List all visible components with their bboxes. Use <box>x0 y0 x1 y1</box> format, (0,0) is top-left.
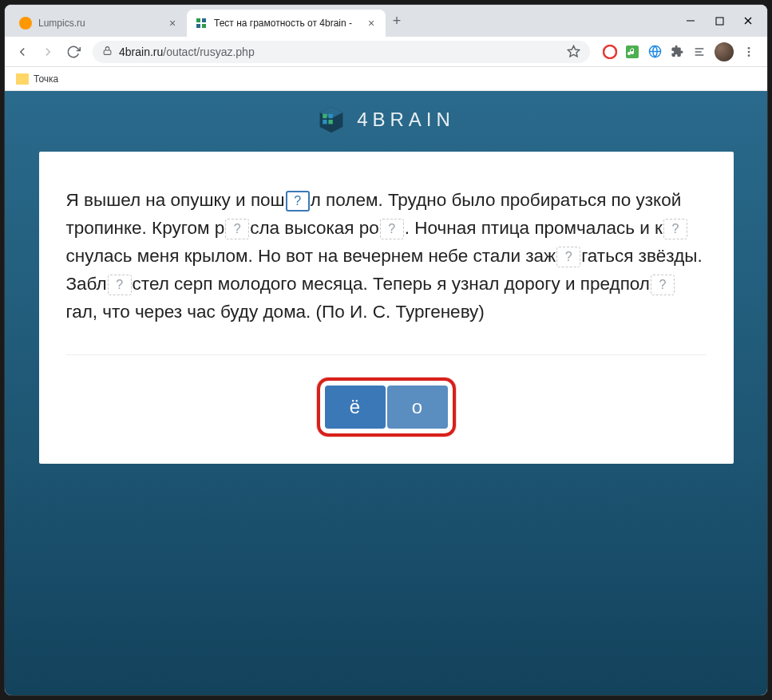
text-fragment: сла высокая ро <box>250 218 379 238</box>
question-text: Я вышел на опушку и пош?л полем. Трудно … <box>66 187 707 326</box>
svg-rect-25 <box>329 120 333 124</box>
minimize-button[interactable] <box>686 16 695 26</box>
url-text: 4brain.ru/outact/rusyaz.php <box>119 45 255 58</box>
blank-5[interactable]: ? <box>556 247 580 267</box>
titlebar: Lumpics.ru × Тест на грамотность от 4bra… <box>5 5 767 37</box>
blank-6[interactable]: ? <box>108 275 132 295</box>
svg-rect-22 <box>323 114 327 118</box>
maximize-button[interactable] <box>715 16 724 26</box>
svg-rect-2 <box>196 24 200 28</box>
reload-button[interactable] <box>62 41 85 63</box>
quiz-card: Я вышел на опушку и пош?л полем. Трудно … <box>39 152 734 464</box>
star-icon[interactable] <box>566 45 580 59</box>
answer-option-2[interactable]: о <box>387 386 448 429</box>
close-icon[interactable]: × <box>365 17 378 30</box>
svg-rect-3 <box>202 24 206 28</box>
music-icon[interactable] <box>625 45 639 59</box>
menu-icon[interactable] <box>742 45 756 59</box>
text-fragment: . Ночная птица промчалась и к <box>405 218 663 238</box>
svg-rect-0 <box>196 18 200 22</box>
favicon-4brain <box>195 17 208 30</box>
text-fragment: стел серп молодого месяца. Теперь я узна… <box>133 274 650 294</box>
blank-2[interactable]: ? <box>225 219 249 239</box>
bookmarks-bar: Точка <box>5 67 767 91</box>
lock-icon <box>102 45 113 59</box>
tab-title: Тест на грамотность от 4brain - <box>214 18 352 29</box>
opera-icon[interactable] <box>603 45 617 59</box>
svg-rect-1 <box>202 18 206 22</box>
svg-rect-8 <box>104 49 111 53</box>
text-fragment: гал, что через час буду дома. (По И. С. … <box>66 302 485 322</box>
text-fragment: снулась меня крылом. Но вот на вечернем … <box>66 246 556 266</box>
globe-icon[interactable] <box>647 45 662 59</box>
svg-rect-23 <box>323 120 327 124</box>
brand-logo-icon <box>317 105 346 134</box>
svg-point-10 <box>604 45 616 58</box>
folder-icon <box>16 73 29 85</box>
forward-button[interactable] <box>37 41 59 63</box>
back-button[interactable] <box>11 41 34 63</box>
toolbar: 4brain.ru/outact/rusyaz.php <box>5 37 767 67</box>
blank-3[interactable]: ? <box>380 219 404 239</box>
window-controls <box>671 5 767 37</box>
new-tab-button[interactable]: + <box>386 10 408 32</box>
svg-point-17 <box>748 47 750 49</box>
tab-lumpics[interactable]: Lumpics.ru × <box>11 10 187 37</box>
bookmark-item[interactable]: Точка <box>34 73 58 85</box>
blank-7[interactable]: ? <box>651 275 675 295</box>
tab-strip: Lumpics.ru × Тест на грамотность от 4bra… <box>5 10 671 37</box>
blank-1[interactable]: ? <box>286 191 310 212</box>
extensions <box>598 42 761 61</box>
svg-rect-24 <box>329 114 333 118</box>
svg-point-19 <box>748 54 750 57</box>
close-button[interactable] <box>743 16 753 26</box>
svg-rect-5 <box>716 18 723 25</box>
address-bar[interactable]: 4brain.ru/outact/rusyaz.php <box>93 41 590 63</box>
answers-area: ё о <box>66 378 707 437</box>
blank-4[interactable]: ? <box>663 219 687 239</box>
favicon-lumpics <box>19 17 32 30</box>
browser-window: Lumpics.ru × Тест на грамотность от 4bra… <box>5 5 767 695</box>
puzzle-icon[interactable] <box>670 45 684 59</box>
tab-title: Lumpics.ru <box>38 18 85 29</box>
brand-name: 4BRAIN <box>357 109 455 131</box>
tab-4brain[interactable]: Тест на грамотность от 4brain - × <box>187 10 386 37</box>
svg-point-18 <box>748 50 750 53</box>
text-fragment: Я вышел на опушку и пош <box>66 190 285 210</box>
svg-marker-9 <box>568 45 579 56</box>
profile-avatar[interactable] <box>715 42 734 61</box>
answer-option-1[interactable]: ё <box>325 386 386 429</box>
close-icon[interactable]: × <box>166 17 179 30</box>
page-content: 4BRAIN Я вышел на опушку и пош?л полем. … <box>5 91 767 695</box>
divider <box>66 354 707 355</box>
list-icon[interactable] <box>692 45 707 59</box>
brand-header: 4BRAIN <box>317 91 455 152</box>
answers-highlight: ё о <box>317 378 456 437</box>
